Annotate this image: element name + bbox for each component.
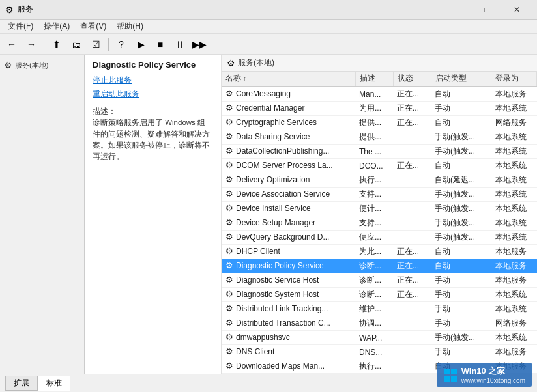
table-row[interactable]: ⚙Device Setup Manager支持...手动(触发...本地系统	[222, 216, 537, 231]
service-status-cell	[393, 331, 431, 345]
table-row[interactable]: ⚙Device Install Service便计...手动(触发...本地系统	[222, 202, 537, 216]
service-icon: ⚙	[225, 103, 233, 113]
service-icon: ⚙	[225, 203, 233, 213]
svg-rect-2	[444, 376, 450, 382]
service-status-cell: 正在...	[393, 159, 431, 173]
table-row[interactable]: ⚙CoreMessagingMan...正在...自动本地服务	[222, 87, 537, 102]
service-name-text: Downloaded Maps Man...	[236, 361, 325, 371]
service-icon: ⚙	[225, 346, 233, 356]
service-desc-cell: DNS...	[355, 345, 393, 359]
service-desc-cell: 支持...	[355, 188, 393, 202]
service-icon: ⚙	[225, 189, 233, 199]
service-status-cell	[393, 145, 431, 159]
maximize-button[interactable]: □	[472, 0, 502, 20]
table-row[interactable]: ⚙Cryptographic Services提供...正在...自动网络服务	[222, 116, 537, 130]
menu-view[interactable]: 查看(V)	[75, 20, 111, 33]
service-status-cell: 正在...	[393, 102, 431, 116]
service-startup-cell: 手动	[431, 102, 491, 116]
table-row[interactable]: ⚙Data Sharing Service提供...手动(触发...本地系统	[222, 130, 537, 145]
toolbar-stop[interactable]: ■	[151, 36, 169, 53]
list-header-text: 服务(本地)	[238, 57, 274, 68]
col-header-logon[interactable]: 登录为	[491, 72, 537, 87]
service-desc-cell: WAP...	[355, 331, 393, 345]
service-startup-cell: 自动	[431, 259, 491, 273]
table-row[interactable]: ⚙Distributed Transaction C...协调...手动网络服务	[222, 316, 537, 331]
table-row[interactable]: ⚙DNS ClientDNS...手动本地服务	[222, 345, 537, 359]
service-name-text: CoreMessaging	[236, 89, 291, 98]
service-name-cell: ⚙Distributed Link Tracking...	[222, 302, 352, 315]
service-startup-cell: 手动(触发...	[431, 130, 491, 145]
toolbar-restart[interactable]: ▶▶	[190, 36, 209, 53]
service-startup-cell: 手动(触发...	[431, 216, 491, 231]
service-table[interactable]: 名称 描述 状态 启动类型 登录为 ⚙CoreMessagingMan...正在…	[222, 72, 537, 374]
service-startup-cell: 手动(触发...	[431, 145, 491, 159]
table-row[interactable]: ⚙Device Association Service支持...手动(触发...…	[222, 188, 537, 202]
table-row[interactable]: ⚙Diagnostic Policy Service诊断...正在...自动本地…	[222, 259, 537, 273]
minimize-button[interactable]: ─	[442, 0, 472, 20]
tab-standard[interactable]: 标准	[38, 376, 70, 391]
table-row[interactable]: ⚙Diagnostic System Host诊断...正在...手动本地系统	[222, 288, 537, 302]
col-header-desc[interactable]: 描述	[355, 72, 393, 87]
service-desc-cell: 为用...	[355, 102, 393, 116]
toolbar-pause[interactable]: ⏸	[171, 36, 189, 53]
col-header-name[interactable]: 名称	[222, 72, 355, 87]
list-header-icon: ⚙	[227, 58, 235, 68]
service-icon: ⚙	[225, 332, 233, 342]
menu-help[interactable]: 帮助(H)	[111, 20, 149, 33]
service-startup-cell: 自动	[431, 245, 491, 259]
tab-expand[interactable]: 扩展	[5, 376, 38, 391]
service-startup-cell: 手动(触发...	[431, 231, 491, 245]
toolbar-up[interactable]: ⬆	[48, 36, 66, 53]
service-icon: ⚙	[225, 217, 233, 227]
watermark: Win10 之家 www.win10xitong.com	[437, 363, 532, 387]
table-row[interactable]: ⚙Credential Manager为用...正在...手动本地系统	[222, 102, 537, 116]
toolbar-help[interactable]: ?	[112, 36, 130, 53]
toolbar-view[interactable]: 🗂	[67, 36, 85, 53]
service-name-text: DCOM Server Process La...	[236, 161, 333, 170]
menu-action[interactable]: 操作(A)	[38, 20, 75, 33]
service-status-cell	[393, 216, 431, 231]
service-list-area: ⚙ 服务(本地) 名称 描述 状态 启动类型 登录为 ⚙C	[222, 55, 537, 374]
service-startup-cell: 自动	[431, 87, 491, 102]
table-row[interactable]: ⚙Diagnostic Service Host诊断...正在...手动本地服务	[222, 273, 537, 288]
service-startup-cell: 自动	[431, 116, 491, 130]
table-row[interactable]: ⚙Delivery Optimization执行...自动(延迟...本地系统	[222, 173, 537, 188]
service-name-text: Diagnostic Policy Service	[236, 261, 324, 270]
service-startup-cell: 自动(延迟...	[431, 173, 491, 188]
service-icon: ⚙	[225, 303, 233, 313]
close-button[interactable]: ✕	[502, 0, 532, 20]
table-row[interactable]: ⚙Distributed Link Tracking...维护...手动本地系统	[222, 302, 537, 316]
service-desc-cell: 为此...	[355, 245, 393, 259]
table-row[interactable]: ⚙DataCollectionPublishing...The ...手动(触发…	[222, 145, 537, 159]
table-row[interactable]: ⚙dmwappushsvcWAP...手动(触发...本地系统	[222, 331, 537, 345]
service-desc-cell: 执行...	[355, 359, 393, 374]
service-name-text: Diagnostic System Host	[236, 290, 319, 299]
service-name-cell: ⚙DataCollectionPublishing...	[222, 145, 352, 157]
service-name-text: Cryptographic Services	[236, 118, 317, 127]
service-name-cell: ⚙Diagnostic Service Host	[222, 273, 352, 286]
service-startup-cell: 手动	[431, 288, 491, 302]
toolbar-back[interactable]: ←	[3, 36, 21, 53]
toolbar-forward[interactable]: →	[22, 36, 40, 53]
service-icon: ⚙	[225, 160, 233, 170]
toolbar-check[interactable]: ☑	[87, 36, 105, 53]
table-row[interactable]: ⚙DevQuery Background D...便应...手动(触发...本地…	[222, 231, 537, 245]
toolbar-start[interactable]: ▶	[132, 36, 150, 53]
service-name-cell: ⚙dmwappushsvc	[222, 331, 352, 343]
restart-service-link[interactable]: 重启动此服务	[93, 89, 213, 100]
service-status-cell: 正在...	[393, 245, 431, 259]
menu-file[interactable]: 文件(F)	[3, 20, 38, 33]
service-logon-cell: 本地服务	[491, 245, 537, 259]
col-header-status[interactable]: 状态	[393, 72, 431, 87]
col-header-startup[interactable]: 启动类型	[431, 72, 491, 87]
stop-service-link[interactable]: 停止此服务	[93, 75, 213, 86]
table-row[interactable]: ⚙DCOM Server Process La...DCO...正在...自动本…	[222, 159, 537, 173]
sidebar-label: 服务(本地)	[15, 61, 48, 70]
table-row[interactable]: ⚙DHCP Client为此...正在...自动本地服务	[222, 245, 537, 259]
service-status-cell: 正在...	[393, 116, 431, 130]
service-name-cell: ⚙CoreMessaging	[222, 87, 352, 100]
service-desc-cell: 执行...	[355, 173, 393, 188]
service-desc-cell: 诊断...	[355, 259, 393, 273]
window-title: 服务	[18, 4, 33, 15]
service-name-text: Data Sharing Service	[236, 132, 310, 141]
